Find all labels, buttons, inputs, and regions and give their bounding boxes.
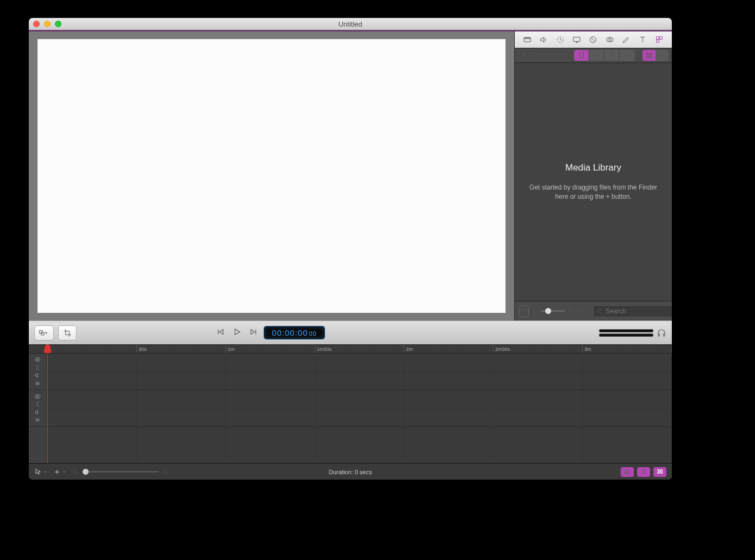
svg-rect-21 <box>40 330 42 333</box>
source-itunes-icon[interactable] <box>604 50 620 61</box>
library-settings-button[interactable] <box>577 307 590 315</box>
zoom-in-icon[interactable] <box>567 308 573 314</box>
menu-icon[interactable] <box>34 417 41 423</box>
timecode-main: 00:00:00 <box>272 328 308 337</box>
svg-rect-8 <box>656 40 659 43</box>
traffic-lights <box>33 21 61 27</box>
timeline: 30s1m1m30s2m2m30s3m3m30s <box>29 344 672 480</box>
transport-controls: 00:00:00 00 <box>216 326 325 339</box>
app-window: Untitled <box>29 18 672 480</box>
annotations-tab-icon[interactable] <box>620 34 632 46</box>
track-header-2[interactable] <box>29 390 46 426</box>
inspector-panel: Media Library Get started by dragging fi… <box>514 32 672 320</box>
snap-toggle-button[interactable] <box>637 467 650 477</box>
library-empty-state: Media Library Get started by dragging fi… <box>515 63 672 301</box>
ruler-tick: 3m <box>582 345 591 353</box>
timing-tab-icon[interactable] <box>554 34 566 46</box>
filter-button[interactable] <box>519 305 529 317</box>
add-media-button[interactable] <box>518 51 535 60</box>
play-button[interactable] <box>232 327 242 339</box>
svg-rect-14 <box>650 53 652 55</box>
touch-tab-icon[interactable] <box>604 34 616 46</box>
screen-tab-icon[interactable] <box>571 34 583 46</box>
zoom-in-icon[interactable] <box>162 468 169 475</box>
track-rows[interactable] <box>46 354 672 463</box>
previous-button[interactable] <box>216 327 226 339</box>
video-tab-icon[interactable] <box>521 34 533 46</box>
export-segments-button[interactable] <box>34 325 54 341</box>
timeline-zoom-slider[interactable] <box>83 471 159 473</box>
timeline-ruler[interactable]: 30s1m1m30s2m2m30s3m3m30s <box>29 345 672 354</box>
svg-point-24 <box>37 395 39 397</box>
library-search-input[interactable] <box>606 307 672 315</box>
library-zoom-slider[interactable] <box>541 310 565 312</box>
svg-point-23 <box>37 359 39 361</box>
timeline-footer: Duration: 0 secs 30 <box>29 463 672 480</box>
canvas-area <box>29 32 514 320</box>
library-zoom <box>532 308 573 314</box>
minimize-window-button[interactable] <box>44 21 51 27</box>
svg-point-20 <box>598 309 601 312</box>
svg-point-17 <box>533 309 536 312</box>
text-tab-icon[interactable] <box>637 34 648 46</box>
menu-icon[interactable] <box>34 380 41 387</box>
titlebar: Untitled <box>29 18 672 30</box>
library-source-segment <box>574 50 635 61</box>
pointer-tool[interactable] <box>34 468 48 476</box>
svg-point-25 <box>73 469 77 473</box>
source-project-icon[interactable] <box>574 50 589 61</box>
crop-button[interactable] <box>58 325 77 341</box>
eye-icon[interactable] <box>34 393 41 400</box>
track-row-2[interactable] <box>46 390 672 426</box>
source-photos-icon[interactable] <box>589 50 604 61</box>
audio-tab-icon[interactable] <box>538 34 550 46</box>
snap-interval-button[interactable]: 30 <box>653 467 666 477</box>
svg-rect-22 <box>41 332 44 335</box>
track-header-3[interactable] <box>29 427 46 463</box>
tracks-area <box>29 354 672 463</box>
zoom-window-button[interactable] <box>55 21 61 27</box>
svg-point-9 <box>594 53 599 58</box>
library-view-segment <box>642 50 669 61</box>
track-row-3[interactable] <box>46 427 672 463</box>
ruler-tick: 2m <box>404 345 413 353</box>
chevron-up-down-icon[interactable] <box>34 401 41 407</box>
view-grid-icon[interactable] <box>642 50 656 61</box>
track-header-1[interactable] <box>29 354 46 390</box>
next-button[interactable] <box>248 327 258 339</box>
canvas[interactable] <box>38 39 506 313</box>
close-window-button[interactable] <box>33 21 40 27</box>
library-source-tabs <box>515 48 672 63</box>
svg-point-18 <box>568 309 571 312</box>
speaker-icon[interactable] <box>34 372 41 379</box>
timecode-display[interactable]: 00:00:00 00 <box>264 326 325 339</box>
thumbnail-toggle-button[interactable] <box>621 467 634 477</box>
ruler-tick: 30s <box>136 345 147 353</box>
add-tool[interactable] <box>53 468 67 476</box>
speaker-icon[interactable] <box>34 409 41 416</box>
callout-tab-icon[interactable] <box>587 34 599 46</box>
media-library-tab-icon[interactable] <box>653 34 665 46</box>
view-list-icon[interactable] <box>656 50 669 61</box>
library-footer <box>515 301 672 320</box>
library-search-field[interactable] <box>593 305 672 317</box>
search-icon <box>597 308 603 314</box>
timecode-frames: 00 <box>309 330 317 337</box>
duration-label: Duration: 0 secs <box>329 469 372 475</box>
svg-rect-16 <box>650 56 652 58</box>
eye-icon[interactable] <box>34 356 41 363</box>
inspector-toolbar <box>515 32 672 48</box>
zoom-out-icon[interactable] <box>72 468 79 475</box>
chevron-up-down-icon[interactable] <box>34 364 41 371</box>
library-hint: Get started by dragging files from the F… <box>526 183 661 202</box>
zoom-out-icon[interactable] <box>532 308 539 314</box>
ruler-tick: 2m30s <box>493 345 510 353</box>
volume-meter <box>599 328 666 338</box>
playhead[interactable] <box>47 345 48 353</box>
library-title: Media Library <box>565 162 621 173</box>
headphones-icon[interactable] <box>657 328 666 338</box>
svg-point-26 <box>163 469 167 473</box>
track-row-1[interactable] <box>46 354 672 390</box>
main-row: Media Library Get started by dragging fi… <box>29 32 672 320</box>
source-grid-icon[interactable] <box>620 50 635 61</box>
